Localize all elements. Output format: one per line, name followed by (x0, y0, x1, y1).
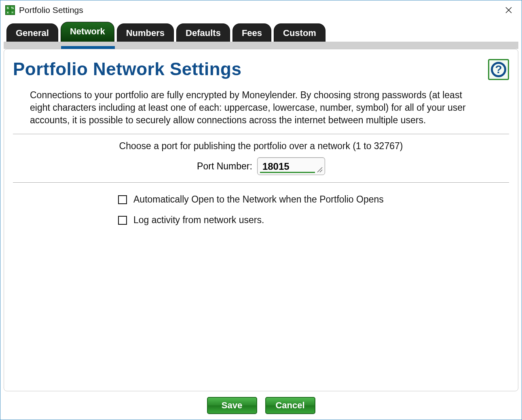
tab-label: Fees (242, 28, 262, 38)
checkbox-log-activity[interactable]: Log activity from network users. (118, 215, 509, 226)
button-label: Save (222, 400, 242, 410)
divider (13, 134, 509, 134)
page-description: Connections to your portfolio are fully … (30, 89, 479, 127)
tab-defaults[interactable]: Defaults (176, 23, 230, 42)
checkbox-block: Automatically Open to the Network when t… (118, 194, 509, 226)
port-label: Port Number: (197, 161, 252, 172)
checkbox-label: Automatically Open to the Network when t… (133, 194, 384, 205)
input-underline (260, 172, 315, 173)
checkbox-box (118, 195, 127, 204)
titlebar: $%x= Portfolio Settings (0, 0, 522, 20)
page-title: Portfolio Network Settings (13, 59, 241, 79)
port-input-wrap[interactable] (257, 157, 325, 175)
tab-label: Numbers (126, 28, 165, 38)
tab-label: General (16, 28, 49, 38)
save-button[interactable]: Save (207, 397, 257, 414)
port-section: Choose a port for publishing the portfol… (13, 141, 509, 175)
checkbox-auto-open[interactable]: Automatically Open to the Network when t… (118, 194, 509, 205)
resize-grip-icon (317, 167, 323, 173)
close-button[interactable] (501, 2, 517, 18)
app-icon: $%x= (5, 5, 15, 15)
divider (13, 182, 509, 183)
footer: Save Cancel (0, 391, 522, 420)
tab-fees[interactable]: Fees (232, 23, 271, 42)
help-button[interactable]: ? (488, 59, 509, 80)
cancel-button[interactable]: Cancel (265, 397, 315, 414)
checkbox-box (118, 216, 127, 225)
close-icon (505, 6, 513, 14)
settings-panel: Portfolio Network Settings ? Connections… (4, 49, 518, 391)
tab-custom[interactable]: Custom (274, 23, 325, 42)
checkbox-label: Log activity from network users. (133, 215, 264, 226)
tab-numbers[interactable]: Numbers (117, 23, 174, 42)
active-tab-underline (61, 46, 115, 49)
tab-general[interactable]: General (6, 23, 58, 42)
tabbar: General Network Numbers Defaults Fees Cu… (0, 20, 522, 42)
tab-label: Defaults (186, 28, 221, 38)
port-instruction: Choose a port for publishing the portfol… (13, 141, 509, 152)
button-label: Cancel (275, 400, 304, 410)
tab-label: Custom (283, 28, 316, 38)
port-input[interactable] (260, 161, 309, 172)
tab-network[interactable]: Network (61, 22, 114, 42)
svg-line-2 (317, 167, 322, 172)
tab-label: Network (70, 26, 105, 36)
svg-line-3 (320, 170, 322, 172)
help-icon: ? (491, 62, 506, 77)
port-row: Port Number: (13, 157, 509, 175)
panel-header: Portfolio Network Settings ? (13, 59, 509, 80)
window-title: Portfolio Settings (19, 5, 83, 15)
